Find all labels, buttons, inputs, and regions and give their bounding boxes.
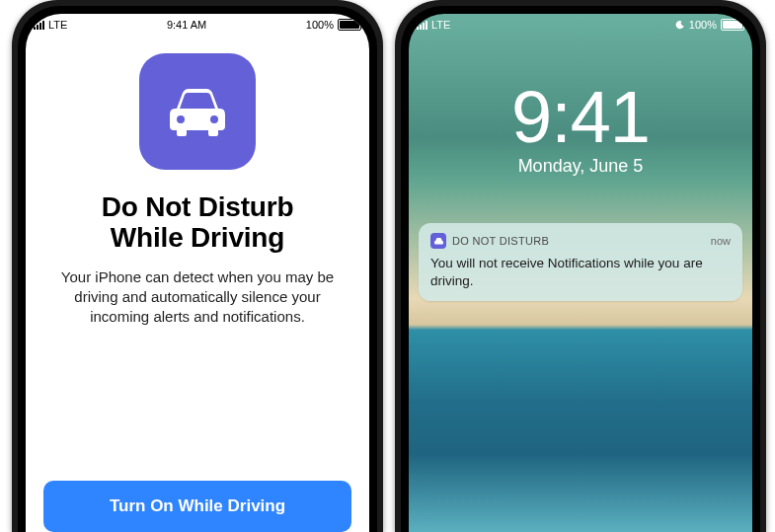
onboarding-body: Your iPhone can detect when you may be d… [45,267,349,328]
car-icon [163,87,232,136]
car-icon [433,237,444,246]
onboarding-content: Do Not Disturb While Driving Your iPhone… [26,36,369,532]
lock-date: Monday, June 5 [409,156,752,177]
phone-device-right: LTE 100% 9:41 Monday, June 5 [395,0,766,532]
screen-left: LTE 9:41 AM 100% Do Not Disturb While Dr… [26,14,369,532]
carrier-label: LTE [431,19,450,31]
lock-clock-area: 9:41 Monday, June 5 [409,81,752,177]
status-bar: LTE 9:41 AM 100% [26,14,369,36]
lock-screen: LTE 100% 9:41 Monday, June 5 [409,14,752,532]
onboarding-heading: Do Not Disturb While Driving [102,191,294,254]
lock-time: 9:41 [409,81,752,154]
status-time: 9:41 AM [167,19,206,31]
notification-message: You will not receive Notifications while… [430,255,731,289]
battery-percent: 100% [689,19,717,31]
svg-point-0 [177,115,185,123]
carrier-label: LTE [48,19,67,31]
svg-point-1 [210,115,218,123]
notification-timestamp: now [711,235,731,247]
notification-app-icon [430,233,446,249]
do-not-disturb-icon [674,20,685,31]
battery-percent: 100% [306,19,334,31]
dnd-driving-app-icon [139,53,256,170]
notification-card[interactable]: DO NOT DISTURB now You will not receive … [419,223,742,301]
phone-device-left: LTE 9:41 AM 100% Do Not Disturb While Dr… [12,0,383,532]
turn-on-while-driving-button[interactable]: Turn On While Driving [43,481,351,532]
notification-app-name: DO NOT DISTURB [452,235,705,247]
status-bar: LTE 100% [409,14,752,36]
notification-header: DO NOT DISTURB now [430,233,731,249]
